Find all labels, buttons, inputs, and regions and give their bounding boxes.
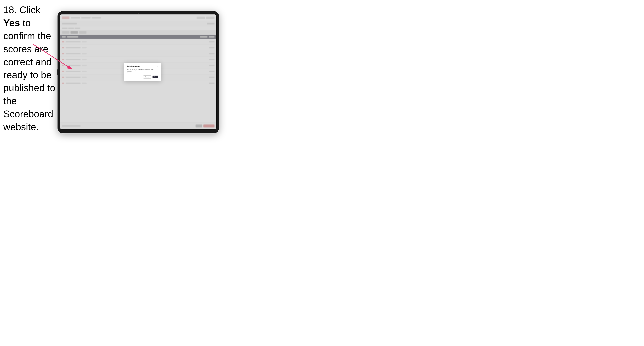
dialog-message: Are you ready to publish these scores to…	[127, 69, 158, 73]
step-number: 18.	[3, 4, 17, 15]
instruction-part2: to confirm the scores are correct and re…	[3, 17, 55, 132]
tablet-screen: Publish scores × Are you ready to publis…	[60, 14, 216, 129]
publish-scores-dialog: Publish scores × Are you ready to publis…	[124, 63, 161, 81]
tablet: Publish scores × Are you ready to publis…	[58, 11, 219, 133]
instruction-part1: Click	[17, 4, 40, 15]
yes-button[interactable]: Yes	[152, 76, 158, 78]
bold-yes: Yes	[3, 17, 20, 28]
dialog-header: Publish scores ×	[127, 65, 158, 67]
dialog-footer: Cancel Yes	[127, 75, 158, 79]
dialog-title: Publish scores	[127, 65, 140, 67]
cancel-button[interactable]: Cancel	[143, 75, 152, 79]
dialog-close-button[interactable]: ×	[156, 65, 158, 67]
instruction-text: 18. Click Yes to confirm the scores are …	[3, 3, 57, 133]
tablet-outer: Publish scores × Are you ready to publis…	[58, 11, 219, 133]
